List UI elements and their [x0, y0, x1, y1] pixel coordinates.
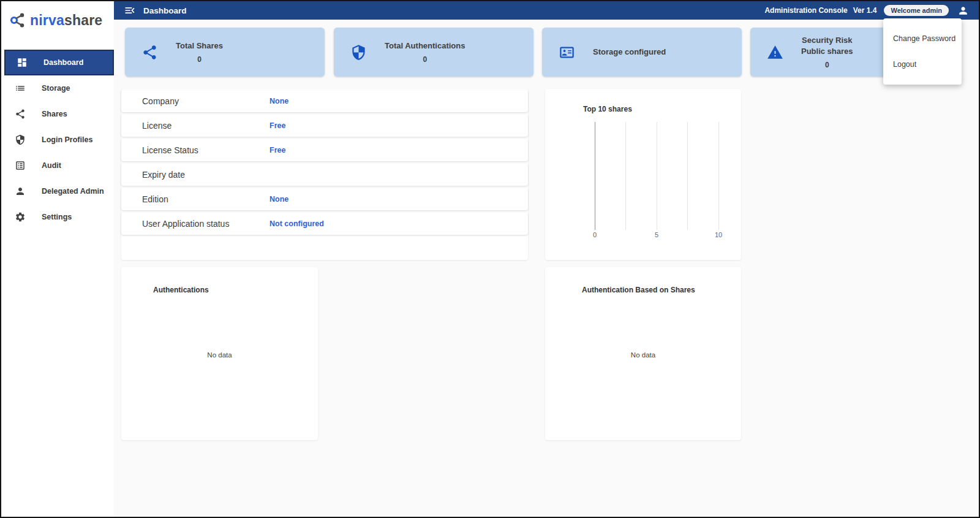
stat-title: Total Authentications	[385, 40, 465, 51]
sidebar-item-label: Audit	[42, 161, 61, 170]
info-value[interactable]: Free	[270, 121, 285, 130]
no-data-label: No data	[121, 351, 318, 359]
info-row-company: Company None	[121, 90, 528, 112]
topbar: Dashboard Administration Console Ver 1.4…	[114, 1, 979, 20]
brand-name-secondary: share	[64, 12, 102, 28]
main-content: Total Shares 0 Total Authentications 0	[114, 20, 979, 517]
x-tick-label: 10	[711, 231, 726, 238]
share-icon	[141, 44, 158, 61]
info-row-user-application-status: User Application status Not configured	[121, 213, 528, 235]
no-data-label: No data	[545, 351, 741, 359]
chart-title: Authentication Based on Shares	[582, 286, 695, 294]
sidebar-item-login-profiles[interactable]: Login Profiles	[1, 127, 114, 153]
info-value[interactable]: Free	[270, 146, 285, 154]
info-label: Edition	[142, 194, 168, 204]
chart-gridline	[687, 122, 688, 230]
stat-title: Storage configured	[593, 47, 666, 58]
person-icon[interactable]	[957, 5, 969, 17]
chart-gridline	[718, 122, 719, 230]
info-row-expiry-date: Expiry date	[121, 164, 528, 186]
chart-axis-line	[595, 122, 595, 230]
stat-title: Total Shares	[176, 40, 223, 51]
stat-body: Security Risk Public shares 0	[801, 35, 853, 69]
stat-card-total-shares: Total Shares 0	[125, 28, 325, 77]
sidebar-item-label: Dashboard	[43, 58, 83, 67]
sidebar-item-delegated-admin[interactable]: Delegated Admin	[1, 178, 114, 204]
id-card-icon	[559, 44, 575, 61]
sidebar-item-label: Settings	[42, 213, 72, 221]
sidebar-item-label: Login Profiles	[42, 135, 92, 144]
top-shares-chart-panel: Top 10 shares 0 5 10	[545, 89, 741, 260]
stat-value: 0	[423, 55, 427, 64]
info-label: User Application status	[142, 219, 229, 229]
sidebar-item-shares[interactable]: Shares	[1, 101, 114, 127]
storage-list-icon	[15, 83, 26, 94]
auth-based-on-shares-chart-panel: Authentication Based on Shares No data	[545, 267, 741, 440]
person-icon	[15, 186, 26, 197]
sidebar-item-audit[interactable]: Audit	[1, 153, 114, 178]
stat-value: 0	[825, 61, 829, 69]
chart-gridline	[657, 122, 657, 230]
sidebar-item-settings[interactable]: Settings	[1, 204, 114, 230]
brand-logo: nirvashare	[1, 1, 114, 39]
share-icon	[15, 109, 26, 120]
brand-name-primary: nirva	[30, 12, 64, 28]
share-nodes-icon	[9, 11, 28, 29]
info-row-license-status: License Status Free	[121, 139, 528, 161]
user-dropdown-menu: Change Password Logout	[883, 18, 962, 85]
brand-name: nirvashare	[30, 12, 102, 29]
shield-icon	[350, 44, 367, 61]
info-label: License Status	[142, 145, 198, 155]
sidebar-item-label: Storage	[42, 84, 70, 93]
info-value[interactable]: None	[270, 195, 288, 204]
stat-body: Storage configured	[593, 47, 666, 58]
sidebar-item-label: Shares	[42, 110, 67, 118]
info-label: Expiry date	[142, 170, 185, 180]
welcome-badge[interactable]: Welcome admin	[884, 5, 949, 16]
sidebar-item-storage[interactable]: Storage	[1, 75, 114, 101]
shield-icon	[15, 134, 26, 145]
menu-open-icon[interactable]	[124, 4, 136, 17]
info-row-license: License Free	[121, 115, 528, 137]
stat-title-line2: Public shares	[801, 46, 853, 57]
menu-item-logout[interactable]: Logout	[883, 51, 962, 77]
stat-body: Total Shares 0	[176, 40, 223, 64]
audit-list-icon	[15, 160, 26, 171]
sidebar-nav: Dashboard Storage Shares Login Profiles …	[1, 39, 114, 230]
info-row-edition: Edition None	[121, 188, 528, 210]
stat-body: Total Authentications 0	[385, 40, 465, 64]
topbar-right: Administration Console Ver 1.4 Welcome a…	[764, 5, 979, 17]
menu-item-change-password[interactable]: Change Password	[883, 26, 962, 51]
page-title: Dashboard	[143, 6, 187, 15]
license-info-panel: Company None License Free License Status…	[121, 89, 528, 260]
stat-card-storage-configured: Storage configured	[542, 28, 742, 77]
info-value[interactable]: None	[270, 97, 288, 105]
stat-card-total-authentications: Total Authentications 0	[334, 28, 533, 77]
x-tick-label: 0	[587, 231, 602, 238]
stat-value: 0	[197, 55, 202, 64]
stat-title: Security Risk	[802, 35, 852, 46]
dashboard-icon	[17, 57, 28, 68]
version-label: Ver 1.4	[853, 6, 877, 15]
chart-title: Top 10 shares	[583, 105, 632, 113]
admin-console-window: nirvashare Dashboard Storage Shares Logi…	[0, 0, 980, 518]
sidebar-item-dashboard[interactable]: Dashboard	[4, 50, 114, 75]
x-tick-label: 5	[649, 231, 664, 238]
gear-icon	[15, 211, 26, 223]
sidebar-item-label: Delegated Admin	[42, 187, 104, 196]
authentications-chart-panel: Authentications No data	[121, 267, 318, 440]
sidebar: nirvashare Dashboard Storage Shares Logi…	[1, 1, 114, 517]
chart-title: Authentications	[153, 286, 209, 294]
info-label: Company	[142, 96, 179, 106]
chart-gridline	[625, 122, 626, 230]
warning-icon	[767, 44, 783, 61]
info-label: License	[142, 121, 172, 131]
info-value[interactable]: Not configured	[270, 219, 324, 228]
console-label: Administration Console	[764, 6, 847, 15]
